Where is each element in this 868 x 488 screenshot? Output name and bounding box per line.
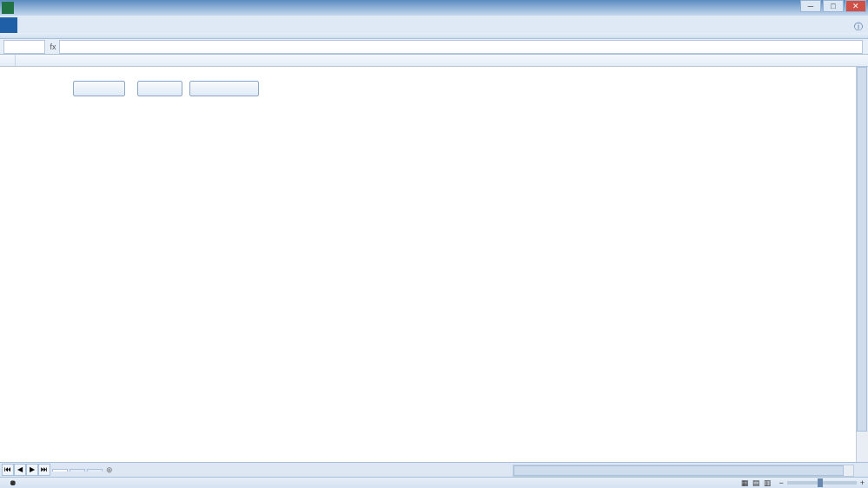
new-sheet-icon[interactable]: ⊕ [106,465,113,474]
tab-formulas[interactable] [73,30,90,33]
macro-record-icon[interactable]: ⏺ [9,478,17,487]
worksheet-grid[interactable] [0,67,868,462]
sheet-nav-first[interactable]: ⏮ [2,464,14,476]
vertical-scrollbar[interactable] [856,67,868,462]
zoom-slider[interactable] [787,481,857,485]
minimize-button[interactable]: ─ [800,0,821,12]
sheet-tab-bar: ⏮ ◀ ▶ ⏭ ⊕ [0,462,868,477]
excel-icon [2,2,14,14]
select-all-corner[interactable] [0,55,16,66]
view-pagebreak-icon[interactable]: ▥ [764,478,772,487]
name-box[interactable] [3,40,45,54]
clear-except-asin-button[interactable] [189,81,259,96]
formula-input[interactable] [59,40,863,54]
view-normal-icon[interactable]: ▦ [741,478,749,487]
ribbon-strip [0,33,868,39]
fetch-info-button[interactable] [73,81,125,96]
maximize-button[interactable]: □ [823,0,844,12]
file-tab[interactable] [0,17,17,33]
column-headers [0,55,868,67]
sheet-tab-2[interactable] [70,469,85,472]
fx-icon[interactable]: fx [47,43,59,51]
horizontal-scrollbar[interactable] [513,465,854,477]
ribbon-tabs: ⓘ [0,16,868,33]
statusbar: ⏺ ▦ ▤ ▥ − + [0,477,868,488]
tab-developer[interactable] [142,30,160,33]
sheet-tab-3[interactable] [87,469,103,472]
tab-home[interactable] [21,30,38,33]
tab-review[interactable] [108,30,125,33]
formula-bar-row: fx [0,39,868,55]
tab-insert[interactable] [38,30,56,33]
help-icon[interactable]: ⓘ [854,21,863,33]
sheet-nav-last[interactable]: ⏭ [38,464,50,476]
zoom-out-button[interactable]: − [779,478,783,487]
close-button[interactable]: ✕ [845,0,866,12]
clear-all-button[interactable] [137,81,182,96]
sheet-tab-1[interactable] [52,469,68,472]
sheet-nav-prev[interactable]: ◀ [14,464,26,476]
titlebar: ─ □ ✕ [0,0,868,16]
tab-pagelayout[interactable] [56,30,73,33]
tab-data[interactable] [90,30,108,33]
tab-view[interactable] [125,30,142,33]
sheet-nav-next[interactable]: ▶ [26,464,38,476]
zoom-in-button[interactable]: + [860,478,865,487]
view-pagelayout-icon[interactable]: ▤ [752,478,760,487]
